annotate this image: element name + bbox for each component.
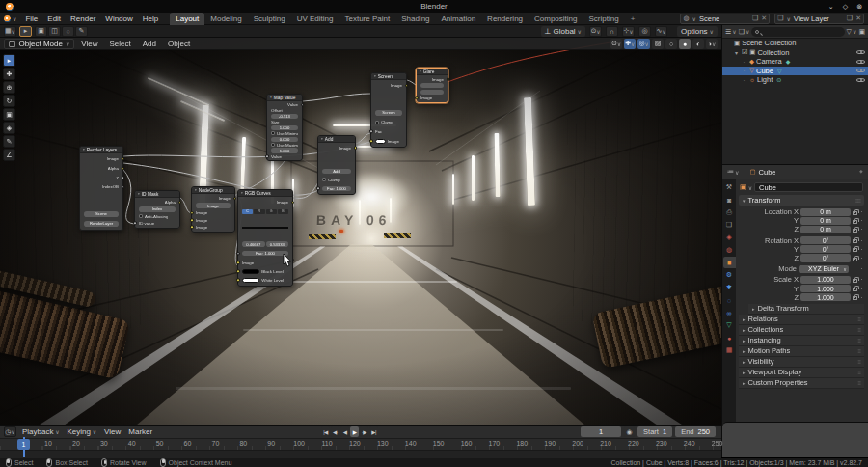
node-collapse-icon[interactable]: ▾ xyxy=(83,148,85,151)
animate-decorator-dot[interactable]: · xyxy=(859,265,864,272)
node-field[interactable]: Screen xyxy=(375,110,402,116)
cursor-tool-button[interactable]: ✚ xyxy=(3,68,15,80)
prop-tab-world[interactable]: ◍ xyxy=(723,244,736,256)
object-type-icon[interactable]: ▣ xyxy=(740,183,746,191)
move-tool-button[interactable]: ⊕ xyxy=(3,81,15,94)
tab-modeling[interactable]: Modeling xyxy=(204,13,247,25)
hide-in-viewport-icon[interactable] xyxy=(856,58,865,66)
current-frame-marker[interactable]: 1 xyxy=(17,439,30,450)
timeline-menu-playback[interactable]: Playback ∨ xyxy=(18,427,64,436)
section-custom-properties[interactable]: ▸Custom Properties≡ xyxy=(739,378,864,389)
color-swatch[interactable] xyxy=(375,139,386,144)
outliner-display-mode-button[interactable]: ❏∨ xyxy=(739,28,750,36)
node-field[interactable]: 0.000 xyxy=(271,137,298,143)
snapping-dropdown[interactable]: ⊹∨ xyxy=(622,26,635,37)
property-value-field[interactable]: 0 m xyxy=(800,208,851,216)
node-socket-out[interactable] xyxy=(405,84,409,88)
outliner-search-input[interactable] xyxy=(751,27,844,37)
node-collapse-icon[interactable]: ▾ xyxy=(420,69,421,73)
node-field[interactable]: Fac: 1.000 xyxy=(322,186,351,192)
close-button[interactable]: ⊗ xyxy=(856,3,862,11)
expand-icon[interactable]: ▾ xyxy=(733,49,740,56)
select-lasso-icon[interactable]: ✎ xyxy=(75,26,88,37)
lock-icon[interactable] xyxy=(853,220,857,224)
animate-decorator-dot[interactable]: · xyxy=(859,294,864,301)
outliner-row-light[interactable]: ∙☼Light⊙ xyxy=(722,75,868,85)
object-name-field[interactable]: Cube xyxy=(754,182,863,192)
tab-texture-paint[interactable]: Texture Paint xyxy=(339,13,395,25)
node-field[interactable]: Scene xyxy=(84,211,119,217)
section-motion-paths[interactable]: ▸Motion Paths≡ xyxy=(739,346,864,357)
new-view-layer-icon[interactable]: ❏ xyxy=(847,14,853,22)
viewport-menu-object[interactable]: Object xyxy=(163,40,195,48)
node-socket-in[interactable] xyxy=(316,187,320,191)
outliner-row-camera[interactable]: ∙◆Camera◆ xyxy=(722,57,868,67)
menu-file[interactable]: File xyxy=(20,14,42,23)
collection-checkbox-icon[interactable]: ☑ xyxy=(742,48,747,56)
node-field[interactable] xyxy=(420,83,444,89)
lock-icon[interactable] xyxy=(853,229,857,233)
timeline-menu-keying[interactable]: Keying ∨ xyxy=(64,427,101,436)
shading-rendered-icon[interactable]: ◑∨ xyxy=(706,39,718,49)
tab-layout[interactable]: Layout xyxy=(170,13,204,25)
node-socket-in[interactable] xyxy=(236,279,240,283)
toggle-xray-icon[interactable]: ▨ xyxy=(652,39,664,49)
scale-tool-button[interactable]: ▣ xyxy=(3,108,15,121)
add-workspace-button[interactable]: + xyxy=(625,13,641,25)
outliner-row-collection[interactable]: ▾☑▣Collection xyxy=(722,48,868,58)
prop-tab-data[interactable]: ▽ xyxy=(723,319,736,331)
tab-sculpting[interactable]: Sculpting xyxy=(248,13,291,25)
transform-pivot-dropdown[interactable]: ⊙∨ xyxy=(589,26,602,37)
prev-keyframe-button[interactable]: ◀∙ xyxy=(331,426,339,437)
node-header[interactable]: ▾Map Value xyxy=(267,95,302,101)
channel-b-button[interactable]: B xyxy=(278,209,288,214)
auto-keying-button[interactable]: ◉ xyxy=(624,426,635,437)
show-gizmos-icon[interactable]: ✚∨ xyxy=(624,39,636,49)
node-field[interactable]: Fac: 1.000 xyxy=(242,251,288,257)
snap-magnet-icon[interactable]: ∩ xyxy=(606,26,618,37)
hide-in-viewport-icon[interactable] xyxy=(856,48,865,56)
animate-decorator-dot[interactable]: · xyxy=(859,276,864,283)
select-box-icon[interactable]: ◫ xyxy=(48,26,61,37)
node-field[interactable]: Index xyxy=(139,206,176,212)
transform-orientation-dropdown[interactable]: ⊥Global∨ xyxy=(541,26,586,37)
lock-icon[interactable] xyxy=(853,211,857,215)
select-box-tool-button[interactable]: ▸ xyxy=(3,54,15,67)
node-socket-in[interactable] xyxy=(369,139,373,143)
scene-selector[interactable]: ◍∨ Scene ❏ ✕ xyxy=(680,14,770,24)
node-socket-in[interactable] xyxy=(415,96,419,100)
node-link[interactable] xyxy=(407,80,416,85)
checkbox-icon[interactable] xyxy=(271,143,275,147)
lock-icon[interactable] xyxy=(853,288,857,291)
node-socket-out[interactable] xyxy=(122,167,125,171)
proportional-falloff-dropdown[interactable]: ∿∨ xyxy=(655,26,667,37)
node-link[interactable] xyxy=(123,170,134,224)
section-relations[interactable]: ▸Relations≡ xyxy=(739,315,864,325)
node-field[interactable]: RenderLayer xyxy=(84,221,119,227)
property-value-field[interactable]: 0 m xyxy=(800,226,851,234)
node-socket-out[interactable] xyxy=(122,176,125,179)
animate-decorator-dot[interactable]: · xyxy=(859,237,864,244)
prop-tab-output[interactable]: ⎙ xyxy=(723,206,736,218)
checkbox-icon[interactable] xyxy=(375,121,379,124)
property-value-field[interactable]: 0 m xyxy=(800,217,851,225)
checkbox-icon[interactable] xyxy=(139,214,143,218)
checkbox-icon[interactable] xyxy=(322,178,326,181)
animate-decorator-dot[interactable]: · xyxy=(859,286,864,292)
timeline-channel-area[interactable] xyxy=(0,450,721,458)
remove-view-layer-icon[interactable]: ✕ xyxy=(855,14,861,22)
node-socket-in[interactable] xyxy=(265,154,269,158)
tab-animation[interactable]: Animation xyxy=(436,13,482,25)
node-socket-out[interactable] xyxy=(122,185,125,189)
jump-end-button[interactable]: ▶| xyxy=(369,426,378,437)
lock-icon[interactable] xyxy=(853,248,857,252)
menu-edit[interactable]: Edit xyxy=(42,14,66,23)
node-collapse-icon[interactable]: ▾ xyxy=(321,137,323,141)
node-link[interactable] xyxy=(180,198,191,213)
prop-tab-tool[interactable]: ⚒ xyxy=(723,181,736,193)
prop-tab-render[interactable]: ◙ xyxy=(723,194,736,206)
node-socket-in[interactable] xyxy=(133,222,137,226)
prop-tab-physics[interactable]: ◌ xyxy=(723,294,736,306)
shading-solid-icon[interactable]: ● xyxy=(679,39,691,49)
color-swatch[interactable] xyxy=(242,269,259,274)
